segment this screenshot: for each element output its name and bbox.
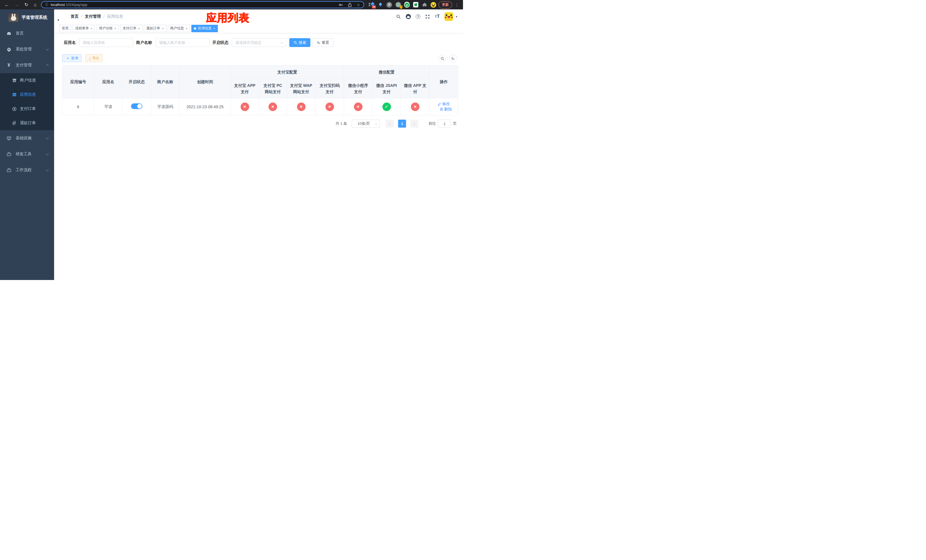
extension-command-icon[interactable]: ⌘ bbox=[386, 2, 392, 8]
forward-icon[interactable]: → bbox=[15, 3, 19, 7]
extension-recorder-icon[interactable]: 1 bbox=[395, 2, 401, 8]
chevron-down-icon bbox=[375, 123, 377, 125]
export-button[interactable]: ↓ 导出 bbox=[85, 54, 103, 62]
sidebar-item-dev-tools[interactable]: 研发工具 bbox=[0, 146, 54, 162]
site-info-icon[interactable]: ⓘ bbox=[45, 2, 48, 7]
hide-search-button[interactable] bbox=[439, 55, 446, 62]
tab-payment-orders[interactable]: 支付订单× bbox=[120, 25, 142, 32]
chevron-down-icon bbox=[46, 168, 49, 171]
extension-diamond-icon[interactable]: 10 bbox=[369, 2, 374, 8]
sidebar-item-label: 退款订单 bbox=[20, 121, 36, 126]
sidebar-item-label: 系统管理 bbox=[16, 47, 32, 52]
breadcrumb-home[interactable]: 首页 bbox=[71, 14, 79, 19]
briefcase-icon bbox=[6, 168, 12, 173]
delete-link[interactable]: 删除 bbox=[440, 107, 452, 112]
sidebar-item-refund-orders[interactable]: 退款订单 bbox=[0, 116, 54, 130]
close-icon[interactable]: × bbox=[213, 27, 215, 30]
col-app-name: 应用名 bbox=[94, 65, 123, 98]
user-avatar[interactable] bbox=[445, 12, 453, 21]
close-icon[interactable]: × bbox=[162, 27, 163, 30]
extension-chat-icon[interactable] bbox=[413, 2, 419, 8]
tab-merchant-info[interactable]: 商户信息× bbox=[168, 25, 190, 32]
download-icon: ↓ bbox=[89, 56, 91, 60]
home-icon[interactable]: ⌂ bbox=[33, 3, 36, 7]
sidebar-item-workflow[interactable]: 工作流程 bbox=[0, 162, 54, 178]
page-number-1[interactable]: 1 bbox=[398, 120, 406, 128]
github-icon[interactable] bbox=[406, 14, 411, 19]
app-name-input[interactable] bbox=[79, 38, 133, 47]
page-size-select[interactable]: 10条/页 bbox=[352, 120, 380, 128]
goto-page-input[interactable] bbox=[438, 120, 451, 128]
extension-emoji-icon[interactable] bbox=[431, 2, 436, 8]
fullscreen-icon[interactable] bbox=[425, 14, 430, 19]
browser-update-button[interactable]: 更新 bbox=[439, 1, 452, 9]
next-page-button[interactable]: › bbox=[410, 120, 418, 128]
font-size-icon[interactable]: TT bbox=[435, 14, 440, 20]
breadcrumb: 首页 / 支付管理 / 应用信息 bbox=[71, 14, 123, 19]
close-icon[interactable]: × bbox=[91, 27, 92, 30]
tab-user-group[interactable]: 用户分组× bbox=[96, 25, 118, 32]
logo[interactable]: 芋道管理系统 bbox=[0, 9, 54, 25]
extension-kite-icon[interactable] bbox=[378, 2, 383, 8]
yen-circle-icon bbox=[11, 106, 17, 111]
refresh-button[interactable]: ↻ bbox=[449, 55, 457, 62]
sidebar-item-merchant-info[interactable]: 商户信息 bbox=[0, 73, 54, 88]
add-button[interactable]: ＋ 新增 bbox=[62, 54, 82, 62]
browser-menu-icon[interactable]: ⋮ bbox=[455, 2, 459, 8]
col-app-id: 应用编号 bbox=[62, 65, 94, 98]
password-key-icon[interactable] bbox=[339, 3, 343, 7]
sidebar-item-payment[interactable]: ¥ 支付管理 bbox=[0, 57, 54, 73]
status-cross-icon: × bbox=[268, 103, 277, 111]
address-bar[interactable]: ⓘ localhost:1024/pay/app ☆ bbox=[41, 1, 364, 8]
status-cross-icon: × bbox=[411, 103, 419, 111]
close-icon[interactable]: × bbox=[138, 27, 140, 30]
breadcrumb-separator: / bbox=[103, 14, 104, 19]
col-alipay-qr: 支付宝扫码支付 bbox=[316, 79, 344, 98]
sidebar-item-label: 工作流程 bbox=[16, 168, 32, 173]
edit-link[interactable]: 修改 bbox=[438, 101, 450, 106]
bookmark-star-icon[interactable]: ☆ bbox=[357, 3, 360, 7]
sidebar-item-label: 商户信息 bbox=[20, 78, 36, 83]
merchant-name-input[interactable] bbox=[156, 38, 210, 47]
status-select[interactable]: 请选择开启状态 bbox=[232, 38, 286, 47]
prev-page-button[interactable]: ‹ bbox=[386, 120, 394, 128]
sidebar-item-payment-orders[interactable]: 支付订单 bbox=[0, 102, 54, 116]
search-button[interactable]: 搜索 bbox=[289, 38, 310, 47]
documents-icon bbox=[11, 121, 17, 125]
help-icon[interactable]: ? bbox=[416, 14, 420, 19]
search-form: 应用名 商户名称 开启状态 请选择开启状态 搜索 ↻ 重置 bbox=[64, 38, 333, 47]
storefront-icon bbox=[11, 78, 17, 83]
status-cross-icon: × bbox=[354, 103, 363, 111]
close-icon[interactable]: × bbox=[186, 27, 188, 30]
tab-refund-orders[interactable]: 退款订单× bbox=[144, 25, 166, 32]
extensions-bar: 10 ⌘ 1 y bbox=[369, 2, 436, 8]
dashboard-icon bbox=[6, 31, 12, 36]
extensions-puzzle-icon[interactable] bbox=[422, 2, 427, 8]
sidebar-item-home[interactable]: 首页 bbox=[0, 25, 54, 41]
col-group-wechat: 微信配置 bbox=[344, 65, 430, 79]
chevron-down-icon bbox=[46, 136, 49, 139]
sidebar-item-label: 首页 bbox=[16, 31, 24, 36]
search-icon[interactable] bbox=[396, 14, 401, 19]
back-icon[interactable]: ← bbox=[5, 3, 9, 7]
chevron-down-icon bbox=[46, 152, 49, 155]
sidebar-item-system[interactable]: 系统管理 bbox=[0, 41, 54, 57]
status-toggle[interactable] bbox=[131, 103, 142, 109]
sidebar-item-app-info[interactable]: 应用信息 bbox=[0, 88, 54, 102]
close-icon[interactable]: × bbox=[114, 27, 116, 30]
sidebar-item-infrastructure[interactable]: 基础设施 bbox=[0, 130, 54, 146]
avatar-caret-icon[interactable]: ▾ bbox=[455, 15, 457, 18]
briefcase-icon bbox=[6, 152, 12, 157]
tab-process-form[interactable]: 流程表单× bbox=[73, 25, 95, 32]
status-cross-icon: × bbox=[297, 103, 306, 111]
tab-home[interactable]: 首页 bbox=[59, 25, 71, 32]
gear-icon bbox=[6, 47, 12, 52]
col-merchant-name: 商户名称 bbox=[151, 65, 179, 98]
share-icon[interactable] bbox=[348, 3, 352, 7]
extension-y-icon[interactable]: y bbox=[404, 2, 410, 8]
reload-icon[interactable]: ↻ bbox=[24, 3, 28, 7]
reset-button[interactable]: ↻ 重置 bbox=[313, 38, 333, 47]
tab-app-info[interactable]: 应用信息× bbox=[191, 25, 218, 32]
breadcrumb-payment[interactable]: 支付管理 bbox=[85, 14, 101, 19]
url-text[interactable]: localhost:1024/pay/app bbox=[51, 3, 88, 7]
